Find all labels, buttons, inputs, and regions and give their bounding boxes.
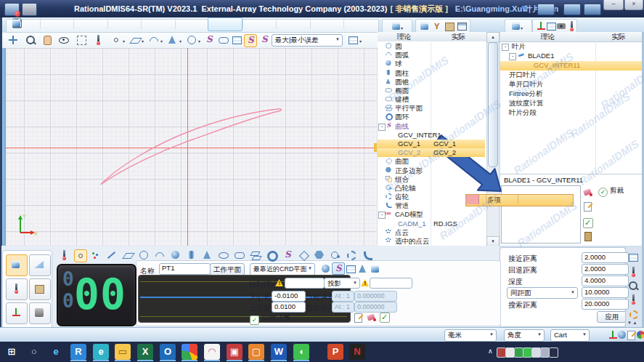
workplane-button[interactable]: 工作平面 [210, 263, 245, 275]
taskbar-app-excel[interactable]: X [137, 344, 153, 360]
tree-item-圆柱[interactable]: 圆柱 [378, 69, 485, 78]
closed-scan-icon[interactable] [218, 34, 229, 46]
param-input[interactable]: 4.0000 [582, 275, 629, 286]
tree-item-椭圆[interactable]: 椭圆 [378, 87, 485, 95]
taskbar-app-wechat[interactable]: ◖ [293, 344, 309, 360]
fit-view-icon[interactable] [7, 34, 19, 46]
taskbar-app-security-app[interactable]: ▣ [227, 344, 242, 360]
blade-tree-item-开口叶片[interactable]: 开口叶片 [500, 71, 595, 80]
select-box-icon[interactable] [76, 34, 87, 46]
taskbar-app-internet-explorer[interactable]: e [48, 344, 64, 360]
report-icon[interactable] [627, 252, 639, 263]
pipe-icon[interactable] [362, 249, 373, 261]
cube-dropdown-icon[interactable] [510, 20, 522, 32]
search-icon[interactable] [627, 280, 639, 291]
graphics-viewport[interactable]: Y X [6, 48, 377, 247]
feature-tree-theory-header[interactable]: 理论 [378, 32, 431, 42]
delete-tool-icon[interactable] [582, 187, 594, 198]
tree-item-CADM_1[interactable]: CADM_1RD.IGS [378, 220, 485, 228]
probe-compensate-icon[interactable] [58, 249, 70, 261]
report-icon[interactable] [347, 34, 359, 46]
param-input[interactable]: 2.0000 [582, 264, 629, 275]
machine-button[interactable] [29, 302, 51, 324]
taskbar-app-app-n[interactable]: N [349, 344, 365, 360]
tree-item-圆环[interactable]: 圆环 [378, 113, 485, 121]
tree-item-GCV_1[interactable]: GCV_1GCV_1 [378, 140, 485, 148]
apply-button[interactable]: 应用 [597, 311, 627, 323]
tree-item-球[interactable]: 球 [378, 60, 485, 68]
ring-icon[interactable] [266, 249, 277, 261]
tree-item-平行平面[interactable]: 平行平面 [378, 104, 485, 113]
tree-item-正多边形[interactable]: 正多边形 [378, 166, 485, 175]
gear-icon[interactable] [346, 249, 357, 261]
scroll-up-button[interactable]: ▲ [486, 32, 500, 43]
zoom-window-icon[interactable] [25, 34, 36, 46]
close-button[interactable]: × [624, 0, 643, 10]
realtime-checkbox[interactable]: ✓实时计算 [250, 313, 290, 325]
taskbar-app-powerpoint[interactable]: P [327, 344, 343, 360]
fixture-button[interactable] [29, 278, 51, 300]
crd-plane-select[interactable]: 最靠近的CRD平面 ▼ [250, 263, 315, 275]
taskbar-app-paint3d[interactable]: ◠ [204, 344, 220, 360]
blade-tree-item-波纹度计算[interactable]: 波纹度计算 [500, 99, 595, 108]
confirm-tool-icon[interactable] [582, 217, 594, 229]
tree-item-键槽[interactable]: 键槽 [378, 95, 485, 104]
taskbar-app-file-explorer[interactable]: ▭ [115, 344, 131, 360]
probe-edit-icon[interactable] [627, 294, 639, 305]
window-chart-icon[interactable] [456, 20, 468, 32]
minimize-button[interactable]: – [603, 0, 624, 10]
edit-tool-icon[interactable] [353, 312, 364, 323]
tree-item-组合[interactable]: 组合 [378, 175, 485, 184]
blade-tree-item-BLADE1[interactable]: -BLADE1 [500, 52, 595, 61]
taskbar-app-search[interactable]: ○ [26, 344, 42, 360]
tab-graph-view[interactable] [332, 262, 345, 275]
param-input[interactable]: 2.0000 [582, 252, 629, 263]
tree-item-GCV_2[interactable]: GCV_2GCV_2 [378, 148, 485, 157]
tab-vector-view[interactable] [319, 262, 333, 275]
tray-chevron-up-icon[interactable]: ∧ [488, 347, 496, 356]
settings-icon[interactable] [627, 308, 639, 320]
taskbar-app-outlook[interactable]: O [160, 344, 176, 360]
scan-points-icon[interactable] [90, 249, 102, 261]
angle-select[interactable]: 角度 ▼ [504, 329, 545, 342]
curve-icon[interactable] [282, 249, 293, 261]
strip-arrows[interactable]: ▼ ▲ [627, 321, 637, 325]
multi-indicator-icon[interactable] [635, 329, 644, 341]
feature-tree-actual-header[interactable]: 实际 [431, 32, 486, 42]
exit-tool-icon[interactable] [582, 230, 594, 242]
edit-tool-icon[interactable] [582, 201, 594, 212]
coordinate-select[interactable]: Cart ▼ [550, 329, 590, 342]
circle-icon[interactable] [138, 249, 150, 261]
tree-item-圆锥[interactable]: 圆锥 [378, 78, 485, 87]
open-scan-icon[interactable] [203, 34, 215, 46]
confirm-tool-icon[interactable] [379, 312, 391, 323]
projection-select[interactable]: 投影 ▼ [324, 278, 360, 289]
probe-cube-button[interactable] [6, 254, 28, 276]
taskbar-app-word[interactable]: W [271, 344, 287, 360]
blade-tree-item-GCV_INTER11[interactable]: GCV_INTER11 [500, 61, 642, 71]
probe-move-icon[interactable] [92, 34, 104, 46]
taskbar-app-chrome[interactable] [182, 344, 197, 360]
taskbar-app-edge[interactable]: e [93, 344, 109, 360]
projection-input[interactable] [370, 278, 412, 289]
tree-item-曲面[interactable]: 曲面 [378, 157, 485, 166]
param-select-间距面[interactable]: 间距面▼ [507, 287, 578, 299]
ellipse-icon[interactable] [218, 249, 229, 261]
vector-point-icon[interactable] [110, 34, 122, 46]
delete-tool-icon[interactable] [366, 312, 378, 323]
plane-icon[interactable] [122, 249, 134, 261]
point-icon[interactable] [74, 249, 87, 262]
surface-icon[interactable] [298, 249, 309, 261]
tree-item-CAD模型[interactable]: -CAD模型 [378, 210, 485, 219]
tree-item-曲线[interactable]: -曲线 [378, 122, 485, 131]
polygon-icon[interactable] [314, 249, 325, 261]
param-input[interactable]: 20.0000 [582, 299, 629, 310]
tree-item-管道[interactable]: 管道 [378, 201, 485, 210]
transfer-icon[interactable] [584, 4, 601, 15]
tab-angle-view[interactable] [356, 262, 370, 275]
line-icon[interactable] [106, 249, 118, 261]
tree-item-圆[interactable]: 圆 [378, 42, 485, 51]
axes-button[interactable] [6, 302, 28, 324]
tab-table-view[interactable] [344, 262, 357, 275]
arc-icon[interactable] [154, 249, 166, 261]
